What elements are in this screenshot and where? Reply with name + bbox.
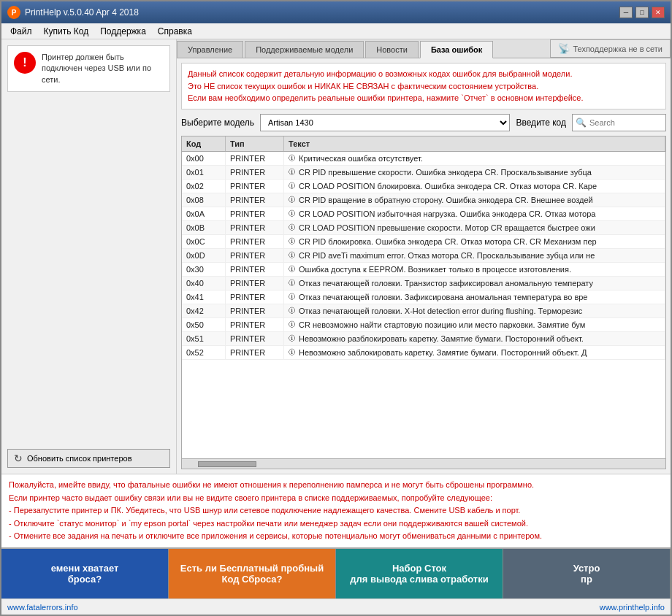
tab-management[interactable]: Управление [177, 41, 243, 58]
tab-news[interactable]: Новости [365, 41, 419, 58]
cell-type: PRINTER [226, 277, 284, 290]
info-icon: 🛈 [289, 182, 296, 190]
ad-banner-section: емени хватает броса? Есть ли Бесплатный … [1, 547, 671, 598]
minimize-button[interactable]: ─ [619, 7, 633, 18]
table-row[interactable]: 0x42PRINTER🛈Отказ печатающей головки. X-… [182, 304, 665, 318]
table-row[interactable]: 0x0CPRINTER🛈CR PID блокировка. Ошибка эн… [182, 235, 665, 249]
cell-text: 🛈Невозможно разблокировать каретку. Замя… [284, 332, 665, 345]
cell-text: 🛈Ошибка доступа к EEPROM. Возникает толь… [284, 263, 665, 276]
table-row[interactable]: 0x0APRINTER🛈CR LOAD POSITION избыточная … [182, 207, 665, 221]
cell-text-value: CR LOAD POSITION избыточная нагрузка. Ош… [299, 209, 595, 218]
info-icon: 🛈 [289, 251, 296, 259]
info-line-3: Если вам необходимо определить реальные … [188, 92, 660, 104]
table-row[interactable]: 0x01PRINTER🛈CR PID превышение скорости. … [182, 166, 665, 180]
cell-text-value: CR LOAD POSITION превышение скорости. Мо… [299, 223, 595, 232]
table-row[interactable]: 0x41PRINTER🛈Отказ печатающей головки. За… [182, 290, 665, 304]
left-panel: ! Принтер должен быть подключен через US… [1, 39, 177, 474]
table-row[interactable]: 0x02PRINTER🛈CR LOAD POSITION блокировка.… [182, 180, 665, 193]
ad-banner-2[interactable]: Есть ли Бесплатный пробный Код Сброса? [169, 549, 336, 598]
cell-text-value: Невозможно заблокировать каретку. Замяти… [299, 348, 587, 357]
close-button[interactable]: ✕ [652, 7, 665, 18]
cell-type: PRINTER [226, 249, 284, 262]
code-filter-label: Введите код [516, 118, 566, 128]
footer-right-link[interactable]: www.printhelp.info [600, 603, 665, 612]
cell-text: 🛈CR LOAD POSITION превышение скорости. М… [284, 221, 665, 234]
main-window: P PrintHelp v.5.0.40 Apr 4 2018 ─ □ ✕ Фа… [0, 0, 672, 616]
ad-banner-3[interactable]: Набор Сток для вывода слива отработки [336, 549, 503, 598]
refresh-printers-button[interactable]: ↻ Обновить список принтеров [7, 449, 170, 468]
ad-banner-1-text: емени хватает броса? [51, 563, 119, 585]
table-row[interactable]: 0x0DPRINTER🛈CR PID aveTi maximum error. … [182, 249, 665, 263]
hscroll-thumb [198, 461, 256, 467]
cell-text: 🛈CR PID превышение скорости. Ошибка энко… [284, 166, 665, 179]
table-row[interactable]: 0x30PRINTER🛈Ошибка доступа к EEPROM. Воз… [182, 263, 665, 277]
menu-support[interactable]: Поддержка [94, 25, 152, 38]
cell-text-value: Отказ печатающей головки. X-Hot detectio… [299, 307, 582, 315]
search-input[interactable] [589, 118, 663, 127]
cell-code: 0x41 [182, 290, 226, 304]
signal-icon: 📡 [558, 43, 570, 54]
table-row[interactable]: 0x52PRINTER🛈Невозможно заблокировать кар… [182, 346, 665, 360]
error-message: Принтер должен быть подключен через USB … [42, 52, 164, 85]
bottom-bullet-3: - Отмените все задания на печать и отклю… [9, 530, 663, 543]
maximize-button[interactable]: □ [635, 7, 649, 18]
menu-buy-code[interactable]: Купить Код [38, 25, 95, 38]
cell-type: PRINTER [226, 346, 284, 359]
cell-text: 🛈CR невозможно найти стартовую позицию и… [284, 318, 665, 331]
cell-code: 0x0C [182, 235, 226, 248]
cell-code: 0x0A [182, 207, 226, 220]
model-select-dropdown[interactable]: Artisan 1430 [260, 114, 510, 131]
filter-row: Выберите модель Artisan 1430 Введите код… [181, 114, 666, 131]
table-row[interactable]: 0x08PRINTER🛈CR PID вращение в обратную с… [182, 193, 665, 207]
info-icon: 🛈 [289, 223, 296, 231]
cell-text: 🛈CR PID aveTi maximum error. Отказ мотор… [284, 249, 665, 262]
info-icon: 🛈 [289, 196, 296, 204]
ad-banner-4[interactable]: Устро пр [503, 549, 671, 598]
cell-text-value: Отказ печатающей головки. Транзистор заф… [299, 279, 593, 288]
info-icon: 🛈 [289, 265, 296, 273]
table-row[interactable]: 0x0BPRINTER🛈CR LOAD POSITION превышение … [182, 221, 665, 235]
search-icon: 🔍 [576, 118, 587, 128]
ad-banner-1[interactable]: емени хватает броса? [1, 549, 169, 598]
cell-code: 0x0D [182, 249, 226, 262]
table-row[interactable]: 0x51PRINTER🛈Невозможно разблокировать ка… [182, 332, 665, 346]
cell-code: 0x00 [182, 152, 226, 165]
app-icon: P [7, 6, 20, 19]
cell-code: 0x42 [182, 304, 226, 317]
support-status-label: Техподдержка не в сети [573, 45, 663, 53]
horizontal-scrollbar[interactable] [182, 458, 665, 469]
table-header: Код Тип Текст [182, 136, 665, 152]
table-row[interactable]: 0x50PRINTER🛈CR невозможно найти стартову… [182, 318, 665, 332]
cell-text: 🛈Невозможно заблокировать каретку. Замят… [284, 346, 665, 359]
table-row[interactable]: 0x40PRINTER🛈Отказ печатающей головки. Тр… [182, 277, 665, 290]
info-icon: 🛈 [289, 279, 296, 287]
footer-left-link[interactable]: www.fatalerrors.info [7, 603, 78, 612]
error-icon: ! [14, 52, 36, 74]
menu-file[interactable]: Файл [4, 25, 38, 38]
cell-code: 0x0B [182, 221, 226, 234]
tab-error-database[interactable]: База ошибок [420, 41, 493, 58]
bottom-bullet-1: - Перезапустите принтер и ПК. Убедитесь,… [9, 504, 663, 517]
col-header-type: Тип [226, 136, 284, 151]
info-icon: 🛈 [289, 168, 296, 176]
cell-type: PRINTER [226, 318, 284, 331]
ad-banner-2-text: Есть ли Бесплатный пробный Код Сброса? [180, 563, 324, 585]
cell-text: 🛈Критическая ошибка отсутствует. [284, 152, 665, 165]
refresh-label: Обновить список принтеров [27, 454, 131, 463]
cell-text-value: Невозможно разблокировать каретку. Замят… [299, 334, 584, 343]
tab-content-error-db: Данный список содержит детальную информа… [177, 58, 671, 474]
ad-banner-4-text: Устро пр [573, 563, 600, 585]
tab-supported-models[interactable]: Поддерживаемые модели [245, 41, 364, 58]
info-icon: 🛈 [289, 293, 296, 301]
col-header-text: Текст [284, 136, 665, 151]
menu-help[interactable]: Справка [152, 25, 198, 38]
cell-code: 0x08 [182, 193, 226, 207]
table-row[interactable]: 0x00PRINTER🛈Критическая ошибка отсутству… [182, 152, 665, 166]
cell-type: PRINTER [226, 332, 284, 345]
cell-type: PRINTER [226, 290, 284, 304]
cell-text: 🛈CR LOAD POSITION избыточная нагрузка. О… [284, 207, 665, 220]
cell-type: PRINTER [226, 304, 284, 317]
info-icon: 🛈 [289, 237, 296, 245]
cell-type: PRINTER [226, 193, 284, 207]
cell-text-value: CR PID aveTi maximum error. Отказ мотора… [299, 251, 595, 260]
